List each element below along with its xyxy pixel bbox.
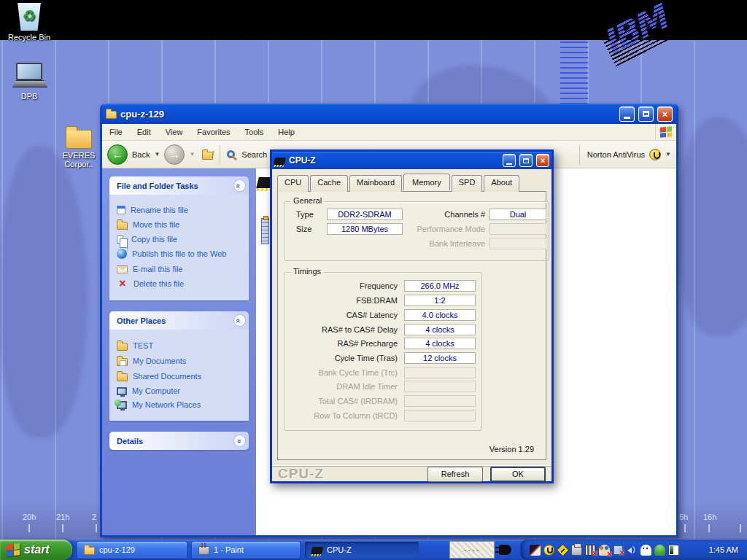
system-tray: 1:45 AM (520, 540, 747, 560)
menu-tools[interactable]: Tools (238, 124, 271, 140)
back-label[interactable]: Back (132, 150, 150, 159)
task-label[interactable]: Rename this file (131, 206, 188, 214)
menu-edit[interactable]: Edit (130, 124, 158, 140)
cpuz-tab-bar: CPU Cache Mainboard Memory SPD About (272, 169, 551, 191)
place-my-documents[interactable]: My Documents (117, 356, 246, 366)
taskbar-task-cpu-z-129[interactable]: cpu-z-129 (77, 542, 187, 559)
back-dropdown-icon[interactable]: ▼ (154, 151, 160, 158)
timings-row: Row To Column (tRCD) (285, 410, 476, 421)
chevron-up-icon[interactable]: « (233, 179, 246, 192)
maximize-button[interactable] (519, 154, 533, 167)
refresh-button[interactable]: Refresh (427, 467, 483, 482)
place-test[interactable]: TEST (117, 341, 246, 351)
other-places-panel-header[interactable]: Other Places « (109, 311, 249, 330)
groupbox-title: Timings (290, 267, 324, 276)
up-folder-button[interactable] (202, 152, 213, 160)
dimm-file-icon[interactable] (261, 218, 269, 244)
close-button[interactable]: × (657, 106, 673, 122)
close-button[interactable]: × (536, 154, 549, 167)
wallpaper-map-shape (678, 117, 747, 335)
ghost-icon[interactable] (640, 545, 651, 556)
place-my-network-places[interactable]: My Network Places (117, 400, 246, 409)
task-label[interactable]: Delete this file (133, 279, 184, 288)
norton-antivirus-icon[interactable] (543, 545, 554, 556)
task-publish-this-file[interactable]: Publish this file to the Web (117, 249, 246, 259)
volume-icon[interactable] (627, 545, 638, 556)
media-window-icon[interactable] (668, 545, 679, 556)
taskbar-toolbar-button[interactable]: ---- (449, 541, 495, 559)
desktop-icon-everes[interactable]: EVERES Corpor.. (56, 125, 101, 168)
alert-diamond-icon[interactable] (557, 543, 569, 556)
power-plug-icon[interactable] (499, 545, 511, 555)
plant-icon[interactable] (654, 545, 665, 556)
toolbar-separator (220, 145, 220, 164)
timing-value-field: 4 clocks (404, 338, 476, 349)
tab-spd[interactable]: SPD (452, 175, 483, 192)
chevron-down-icon[interactable]: « (233, 435, 246, 447)
desktop-icon-recycle-bin[interactable]: Recycle Bin (1, 3, 58, 42)
place-shared-documents[interactable]: Shared Documents (117, 371, 246, 381)
back-button[interactable]: ← (107, 144, 128, 165)
details-panel-header[interactable]: Details « (109, 432, 249, 450)
cpuz-memory-page: General Type DDR2-SDRAM Size 1280 MBytes… (277, 191, 546, 460)
minimize-button[interactable] (503, 154, 516, 167)
place-label[interactable]: My Documents (133, 357, 186, 365)
search-label[interactable]: Search (241, 150, 267, 159)
timezone-label: 21h (56, 513, 69, 521)
channels-label: Channels # (414, 210, 485, 219)
ok-button[interactable]: OK (490, 467, 546, 482)
panel-title: File and Folder Tasks (117, 182, 198, 190)
tab-about[interactable]: About (484, 175, 519, 192)
place-label[interactable]: TEST (133, 341, 153, 350)
task-email-this-file[interactable]: E-mail this file (117, 264, 246, 273)
tab-cpu[interactable]: CPU (277, 175, 309, 192)
task-label[interactable]: Move this file (133, 220, 179, 229)
printer-icon[interactable] (571, 545, 582, 556)
task-delete-this-file[interactable]: × Delete this file (117, 279, 246, 289)
taskbar-task-paint[interactable]: 1 - Paint (192, 542, 300, 559)
timings-row: Total CAS# (tRDRAM) (285, 395, 476, 407)
menu-view[interactable]: View (158, 124, 190, 140)
taskbar-clock[interactable]: 1:45 AM (709, 545, 743, 554)
place-my-computer[interactable]: My Computer (117, 386, 246, 395)
copy-icon (117, 236, 123, 244)
chevron-up-icon[interactable]: « (233, 314, 246, 327)
place-label[interactable]: My Network Places (132, 400, 201, 409)
task-copy-this-file[interactable]: Copy this file (117, 235, 246, 244)
forward-dropdown-icon[interactable]: ▼ (189, 151, 195, 158)
place-label[interactable]: Shared Documents (133, 372, 201, 381)
users-disabled-icon[interactable] (599, 545, 610, 556)
search-icon[interactable] (227, 150, 235, 158)
menu-file[interactable]: File (102, 124, 130, 140)
timings-row: Cycle Time (Tras)12 clocks (285, 352, 476, 364)
tab-memory[interactable]: Memory (403, 174, 450, 190)
network-pc-disabled-icon[interactable] (613, 545, 624, 556)
cpuz-titlebar[interactable]: CPU-Z × (272, 152, 551, 169)
display-adapter-icon[interactable] (530, 545, 541, 556)
task-label[interactable]: Publish this file to the Web (132, 249, 226, 258)
task-move-this-file[interactable]: Move this file (117, 219, 246, 230)
task-label[interactable]: Copy this file (131, 235, 177, 244)
norton-antivirus-segment[interactable]: Norton AntiVirus ▼ (579, 144, 671, 165)
desktop-icon-dpb[interactable]: DPB (1, 63, 58, 101)
file-tasks-panel-header[interactable]: File and Folder Tasks « (109, 176, 249, 195)
tab-mainboard[interactable]: Mainboard (349, 175, 402, 192)
recycle-bin-icon (16, 3, 42, 31)
video-disabled-icon[interactable] (585, 545, 596, 556)
performance-mode-label: Performance Mode (409, 225, 485, 233)
norton-shield-icon (649, 149, 661, 160)
norton-dropdown-icon[interactable]: ▼ (665, 151, 671, 158)
maximize-button[interactable] (638, 106, 654, 122)
start-button[interactable]: start (0, 540, 72, 560)
place-label[interactable]: My Computer (132, 386, 180, 395)
explorer-titlebar[interactable]: cpu-z-129 × (102, 104, 676, 124)
forward-button[interactable]: → (164, 144, 185, 165)
task-rename-this-file[interactable]: Rename this file (117, 206, 246, 214)
tab-cache[interactable]: Cache (310, 175, 348, 192)
menu-favorites[interactable]: Favorites (190, 124, 237, 140)
task-label[interactable]: E-mail this file (133, 265, 182, 273)
taskbar-task-cpuz[interactable]: CPU-Z (305, 542, 419, 559)
minimize-button[interactable] (619, 106, 635, 122)
menu-help[interactable]: Help (271, 124, 302, 140)
timing-value-field (404, 410, 476, 421)
